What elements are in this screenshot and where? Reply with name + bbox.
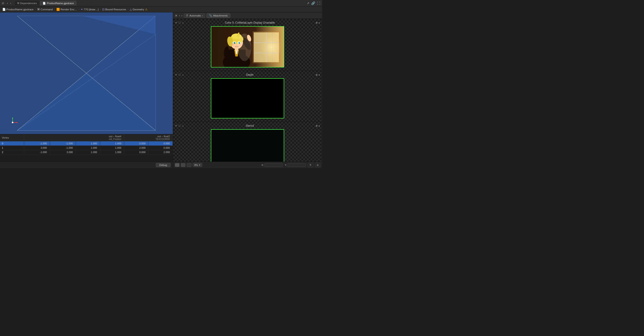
- color0-title: Color 0: CAMetalLayer Display Drawable: [186, 21, 314, 24]
- attachments-scroll[interactable]: 👁 ⓘ ⚠ Color 0: CAMetalLayer Display Draw…: [173, 19, 322, 161]
- depth-expand[interactable]: ⊕ ∨: [316, 73, 320, 76]
- row0-vertex: 0: [0, 141, 24, 146]
- col-float2-header: out – float2 TEXCOORD0: [124, 134, 173, 141]
- row2-v3: 1.000: [76, 150, 100, 154]
- right-nav-fwd-button[interactable]: ›: [181, 14, 182, 17]
- close-panel-button[interactable]: ✕: [175, 14, 178, 18]
- share-button[interactable]: ↗: [307, 2, 310, 5]
- breadcrumb-warning-icon: ⚠: [145, 8, 148, 11]
- color0-warning-icon[interactable]: ⚠: [182, 21, 184, 24]
- right-nav-back-button[interactable]: ‹: [179, 14, 180, 17]
- color0-info-icon[interactable]: ⓘ: [178, 21, 181, 25]
- tab-gpu-icon: 📄: [43, 2, 46, 5]
- tab-dependencies[interactable]: ⊞ Dependencies: [15, 1, 40, 5]
- stencil-header-icons: 👁 ⓘ ⚠: [175, 124, 184, 128]
- row0-v3: 1.000: [76, 141, 100, 146]
- row0-t1: 0.000: [124, 141, 148, 146]
- color0-preview[interactable]: [211, 26, 284, 68]
- row1-vertex: 1: [0, 146, 24, 150]
- nav-forward-button[interactable]: ›: [9, 1, 12, 5]
- bc-command[interactable]: ⌘ Command: [37, 8, 53, 11]
- bc-render-enc[interactable]: 🟧 Render Enc…: [56, 8, 77, 11]
- automatic-label: Automatic: [190, 14, 201, 17]
- row1-v3: 1.000: [76, 146, 100, 150]
- x-coord-input[interactable]: [264, 163, 283, 167]
- depth-image-wrap: [173, 77, 322, 119]
- zoom-control[interactable]: 8% ∨: [193, 163, 202, 167]
- bc-file-label: ProductName.gputrace: [6, 8, 34, 11]
- rgba-channel-button[interactable]: [175, 163, 180, 167]
- attachments-label: Attachments: [213, 14, 228, 17]
- nav-back-button[interactable]: ‹: [6, 1, 9, 5]
- depth-preview[interactable]: [211, 78, 284, 118]
- bc-geometry[interactable]: △ Geometry: [130, 8, 144, 11]
- color0-expand[interactable]: ⊕ ∨: [316, 21, 320, 24]
- rgb-channel-button[interactable]: [181, 163, 186, 167]
- bottom-eye-button[interactable]: 👁: [308, 163, 313, 167]
- y-coord-input[interactable]: [288, 163, 306, 167]
- depth-warning-icon[interactable]: ⚠: [182, 73, 184, 76]
- x-coord-label: X:: [262, 164, 264, 166]
- coord-display: X: Y: 👁 ⊕: [262, 163, 320, 167]
- row1-v4: 1.000: [100, 146, 124, 150]
- row0-v1: -1.000: [24, 141, 50, 146]
- row2-vertex: 2: [0, 150, 24, 154]
- mode-chevron-icon: ›: [202, 14, 203, 17]
- bottom-action-button[interactable]: ⊕: [315, 163, 320, 167]
- row0-v2: -1.000: [50, 141, 76, 146]
- stencil-preview[interactable]: [211, 129, 284, 161]
- bc-bound-resources[interactable]: ⊡ Bound Resources: [102, 8, 126, 11]
- row0-v4: 1.000: [100, 141, 124, 146]
- stencil-section: 👁 ⓘ ⚠ Stencil ⊕ ∨: [173, 122, 322, 161]
- depth-title: Depth: [186, 73, 314, 76]
- depth-info-icon[interactable]: ⓘ: [178, 73, 181, 77]
- table-row[interactable]: 1 3.000 -1.000 1.000 1.000 2.000 0.000: [0, 146, 173, 150]
- bottom-bar-left: Debug: [0, 161, 173, 168]
- stencil-expand[interactable]: ⊕ ∨: [316, 124, 320, 127]
- titlebar-right-buttons: ↗ 🔗 ⛶: [307, 2, 320, 5]
- attachments-button[interactable]: 📎 Attachments: [206, 13, 230, 18]
- geometry-viewport[interactable]: [0, 13, 173, 134]
- attachments-icon: 📎: [209, 14, 212, 17]
- link-button[interactable]: 🔗: [311, 2, 315, 5]
- bc-cmd-label: Command: [40, 8, 53, 11]
- bc-geo-icon: △: [130, 8, 132, 11]
- bc-draw-icon: ✦: [81, 8, 83, 11]
- r-channel-button[interactable]: [187, 163, 191, 167]
- depth-visibility-icon[interactable]: 👁: [175, 73, 178, 76]
- stencil-visibility-icon[interactable]: 👁: [175, 124, 178, 127]
- bc-sep-4: ›: [100, 8, 101, 11]
- tab-gputrace[interactable]: 📄 ProductName.gputrace: [40, 1, 76, 6]
- stencil-expand-icon: ⊕ ∨: [316, 124, 320, 127]
- zoom-label: 8%: [194, 164, 198, 166]
- depth-header-icons: 👁 ⓘ ⚠: [175, 73, 184, 77]
- automatic-mode-selector[interactable]: ⏱ Automatic ›: [184, 14, 205, 18]
- stencil-warning-icon[interactable]: ⚠: [182, 124, 184, 127]
- fullscreen-button[interactable]: ⛶: [317, 2, 320, 5]
- depth-section: 👁 ⓘ ⚠ Depth ⊕ ∨: [173, 71, 322, 122]
- bc-sep-3: ›: [78, 8, 79, 11]
- table-row[interactable]: 0 -1.000 -1.000 1.000 1.000 0.000 0.000: [0, 141, 173, 146]
- bc-file[interactable]: 📄 ProductName.gputrace: [2, 8, 34, 11]
- color0-image-wrap: [173, 25, 322, 68]
- vertex-data-table[interactable]: Vertex out – float4 mtl_Position out – f…: [0, 134, 173, 161]
- color0-header-icons: 👁 ⓘ ⚠: [175, 21, 184, 25]
- row2-t1: 0.000: [124, 150, 148, 154]
- bottom-bar-right: 8% ∨ X: Y: 👁 ⊕: [173, 161, 322, 168]
- bc-render-label: Render Enc…: [60, 8, 77, 11]
- depth-header: 👁 ⓘ ⚠ Depth ⊕ ∨: [173, 72, 322, 77]
- row2-t2: 2.000: [148, 150, 173, 154]
- bc-draw[interactable]: ✦ 770 [draw…]: [81, 8, 98, 11]
- color0-visibility-icon[interactable]: 👁: [175, 21, 178, 24]
- left-panel: Vertex out – float4 mtl_Position out – f…: [0, 13, 173, 168]
- stencil-header: 👁 ⓘ ⚠ Stencil ⊕ ∨: [173, 123, 322, 128]
- bc-render-icon: 🟧: [56, 8, 60, 11]
- debug-button[interactable]: Debug: [156, 163, 170, 167]
- row1-v1: 3.000: [24, 146, 50, 150]
- stencil-info-icon[interactable]: ⓘ: [178, 124, 181, 128]
- svg-point-47: [235, 42, 235, 43]
- bc-sep-5: ›: [128, 8, 128, 11]
- x-coord-field: X:: [262, 163, 283, 167]
- table-row[interactable]: 2 -1.000 3.000 1.000 1.000 0.000 2.000: [0, 150, 173, 154]
- stencil-image-wrap: [173, 128, 322, 161]
